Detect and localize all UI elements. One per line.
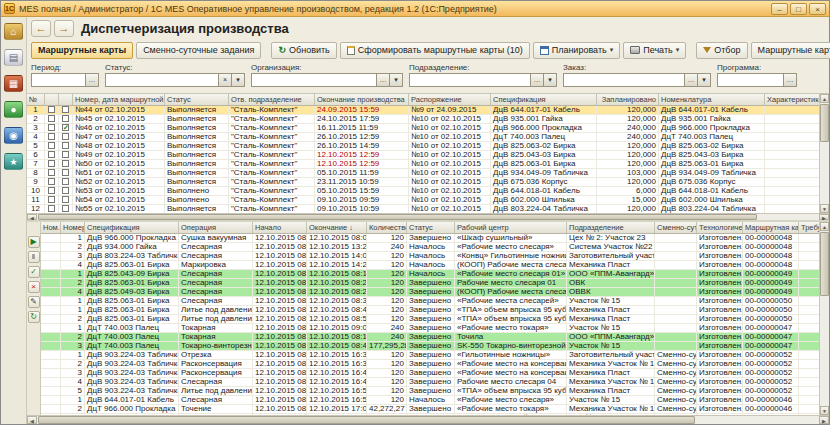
organization-input[interactable]: [251, 73, 377, 87]
column-header[interactable]: Номер, дата маршрутной кар...: [73, 94, 165, 105]
column-header[interactable]: Начало: [253, 222, 307, 233]
department-dropdown-button[interactable]: ▾: [544, 73, 557, 87]
column-header[interactable]: Требует ОТ: [799, 222, 819, 233]
organization-choose-button[interactable]: …: [377, 73, 390, 87]
status-dropdown-button[interactable]: ▾: [232, 73, 245, 87]
row-checkbox[interactable]: [62, 187, 69, 194]
order-input[interactable]: [563, 73, 685, 87]
scroll-down-arrow[interactable]: ▼: [820, 406, 829, 415]
period-input[interactable]: [31, 73, 86, 87]
scroll-thumb[interactable]: [38, 214, 757, 220]
route-card-row[interactable]: 9№52 от 02.10.2015Выполняется"Сталь-Комп…: [27, 178, 819, 187]
operation-row[interactable]: 2ДцВ 825.063-01 БиркаСлесарная12.10.2015…: [41, 279, 819, 288]
cancel-operation-button[interactable]: ×: [28, 281, 40, 293]
organization-dropdown-button[interactable]: ▾: [390, 73, 403, 87]
row-checkbox[interactable]: [48, 142, 55, 149]
route-card-row[interactable]: 7№50 от 02.10.2015Выполняется"Сталь-Комп…: [27, 160, 819, 169]
maximize-button[interactable]: □: [790, 3, 807, 15]
scroll-thumb[interactable]: [38, 416, 695, 424]
row-checkbox[interactable]: ✓: [62, 124, 69, 131]
operation-row[interactable]: 2ДцТ 740.003 ПалецТокарная12.10.2015 08:…: [41, 333, 819, 342]
column-header[interactable]: Маршрутная ка...: [743, 222, 799, 233]
row-checkbox[interactable]: [48, 196, 55, 203]
column-header[interactable]: №: [27, 94, 45, 105]
route-card-row[interactable]: 3✓№46 от 02.10.2015Выполняется"Сталь-Ком…: [27, 124, 819, 133]
operation-row[interactable]: 4ДцВ 903.224-03 ТабличкаСлесарная12.10.2…: [41, 378, 819, 387]
scroll-up-arrow[interactable]: ▲: [820, 94, 829, 103]
department-input[interactable]: [409, 73, 531, 87]
scroll-left-arrow[interactable]: ◀: [27, 416, 37, 424]
sidebar-icon-production[interactable]: [4, 75, 23, 92]
status-input[interactable]: [105, 73, 219, 87]
minimize-button[interactable]: –: [771, 3, 788, 15]
lower-horizontal-scrollbar[interactable]: ◀ ▶: [27, 415, 829, 424]
program-choose-button[interactable]: …: [784, 73, 797, 87]
column-header[interactable]: Подразделение: [567, 222, 655, 233]
column-header[interactable]: Окончание ↓: [307, 222, 367, 233]
operation-row[interactable]: 1ДцВ 903.224-03 ТабличкаОтрезка12.10.201…: [41, 351, 819, 360]
operation-row[interactable]: 2ДцВ 903.224-03 ТабличкаРасконсервация12…: [41, 360, 819, 369]
row-checkbox[interactable]: [48, 187, 55, 194]
row-checkbox[interactable]: [62, 106, 69, 113]
column-header[interactable]: [59, 94, 73, 105]
lower-vertical-scrollbar[interactable]: ▲ ▼: [819, 222, 829, 415]
column-header[interactable]: Статус: [165, 94, 229, 105]
pause-operation-button[interactable]: ‖: [28, 251, 40, 263]
sidebar-icon-documents[interactable]: [4, 49, 23, 66]
row-checkbox[interactable]: [48, 124, 55, 131]
close-button[interactable]: ×: [809, 3, 826, 15]
edit-operation-button[interactable]: ✎: [28, 296, 40, 308]
column-header[interactable]: Запланировано: [597, 94, 659, 105]
refresh-operations-button[interactable]: ↻: [28, 311, 40, 323]
operation-row[interactable]: 2ДцВ 934.000 ГайкаСлесарная12.10.2015 08…: [41, 243, 819, 252]
column-header[interactable]: Ном...: [41, 222, 61, 233]
column-header[interactable]: Спецификация: [491, 94, 597, 105]
row-checkbox[interactable]: [48, 160, 55, 167]
operation-row[interactable]: 1ДцВ 644.017-01 КабельСлесарная12.10.201…: [41, 396, 819, 405]
column-header[interactable]: Распоряжение: [409, 94, 491, 105]
order-choose-button[interactable]: …: [685, 73, 698, 87]
row-checkbox[interactable]: [62, 196, 69, 203]
operation-row[interactable]: 2ДцВ 825.063-01 БиркаЛитье под давлением…: [41, 315, 819, 324]
sidebar-icon-reports[interactable]: [4, 153, 23, 170]
route-card-row[interactable]: 4№47 от 02.10.2015Выполняется"Сталь-Комп…: [27, 133, 819, 142]
scroll-track[interactable]: [820, 103, 829, 204]
operation-row[interactable]: 3ДцВ 903.224-03 ТабличкаРасконсервация12…: [41, 369, 819, 378]
column-header[interactable]: Отв. подразделение: [229, 94, 315, 105]
column-header[interactable]: Спецификация: [85, 222, 179, 233]
upper-vertical-scrollbar[interactable]: ▲ ▼: [819, 94, 829, 213]
row-checkbox[interactable]: [48, 205, 55, 212]
row-checkbox[interactable]: [48, 133, 55, 140]
route-card-row[interactable]: 5№48 от 02.10.2015Выполняется"Сталь-Комп…: [27, 142, 819, 151]
column-header[interactable]: Количество: [367, 222, 407, 233]
start-operation-button[interactable]: ▶: [28, 236, 40, 248]
print-button[interactable]: Печать▾: [623, 42, 686, 59]
operation-row[interactable]: 2ДцТ 966.000 ПрокладкаТочение12.10.2015 …: [41, 405, 819, 414]
scroll-track[interactable]: [820, 231, 829, 406]
row-checkbox[interactable]: [62, 178, 69, 185]
scroll-track[interactable]: [37, 214, 819, 220]
scroll-down-arrow[interactable]: ▼: [820, 204, 829, 213]
department-choose-button[interactable]: …: [531, 73, 544, 87]
operation-row[interactable]: 1ДцВ 825.063-01 БиркаЛитье под давлением…: [41, 306, 819, 315]
column-header[interactable]: Характеристика: [765, 94, 819, 105]
column-header[interactable]: Статус: [407, 222, 455, 233]
column-header[interactable]: Номер оп...: [61, 222, 85, 233]
row-checkbox[interactable]: [62, 133, 69, 140]
scroll-thumb[interactable]: [820, 232, 829, 296]
sidebar-icon-desktop[interactable]: [4, 23, 23, 40]
row-checkbox[interactable]: [62, 151, 69, 158]
period-choose-button[interactable]: …: [86, 73, 99, 87]
column-header[interactable]: Рабочий центр: [455, 222, 567, 233]
route-cards-menu-button[interactable]: Маршрутные карты▾: [751, 42, 830, 59]
column-header[interactable]: Сменно-сут...: [655, 222, 697, 233]
column-header[interactable]: Окончание производства: [315, 94, 409, 105]
status-clear-button[interactable]: ×: [219, 73, 232, 87]
row-checkbox[interactable]: [62, 205, 69, 212]
scroll-track[interactable]: [37, 416, 819, 424]
filter-button[interactable]: Отбор: [696, 42, 747, 59]
route-card-row[interactable]: 8№51 от 02.10.2015Выполняется"Сталь-Комп…: [27, 169, 819, 178]
order-dropdown-button[interactable]: ▾: [698, 73, 711, 87]
row-checkbox[interactable]: [48, 178, 55, 185]
scroll-thumb[interactable]: [820, 104, 829, 142]
